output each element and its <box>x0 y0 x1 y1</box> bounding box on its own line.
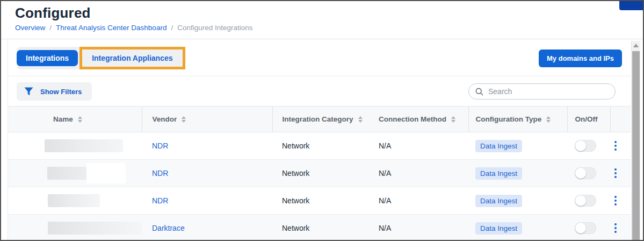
annotation-highlight-box: Integration Appliances <box>79 47 185 69</box>
integration-category-cell: Network <box>272 132 370 160</box>
breadcrumb-current: Configured Integrations <box>177 24 252 32</box>
integration-category-cell: Network <box>272 187 370 215</box>
redacted-name <box>48 194 100 207</box>
toggle-knob <box>575 140 586 151</box>
on-off-toggle[interactable] <box>575 140 596 152</box>
show-filters-label: Show Filters <box>40 88 82 96</box>
search-box[interactable] <box>468 83 616 100</box>
table-row: Darktrace Network N/A Data Ingest <box>8 215 631 241</box>
config-type-badge[interactable]: Data Ingest <box>475 195 522 207</box>
column-header-connection-method[interactable]: Connection Method <box>370 107 468 132</box>
breadcrumb-separator: / <box>49 24 52 32</box>
column-header-name[interactable]: Name <box>8 107 142 132</box>
page-header: Configured Overview / Threat Analysis Ce… <box>1 1 643 39</box>
connection-method-cell: N/A <box>370 160 468 187</box>
toggle-knob <box>575 223 586 233</box>
redacted-name <box>45 139 123 152</box>
filter-icon <box>24 87 33 96</box>
content-card: Integrations Integration Appliances My d… <box>8 39 631 241</box>
sort-arrows-icon[interactable] <box>182 116 186 123</box>
column-header-integration-category[interactable]: Integration Category <box>272 107 370 132</box>
column-header-vendor[interactable]: Vendor <box>142 107 272 132</box>
tab-group: Integrations Integration Appliances <box>17 47 185 69</box>
toggle-knob <box>575 168 586 179</box>
row-menu-button[interactable] <box>611 223 620 233</box>
breadcrumb-separator: / <box>171 24 173 32</box>
config-type-badge[interactable]: Data Ingest <box>475 140 522 152</box>
config-type-badge[interactable]: Data Ingest <box>475 222 522 235</box>
row-menu-button[interactable] <box>611 196 620 205</box>
row-menu-button[interactable] <box>611 168 620 178</box>
page-title: Configured <box>15 5 643 22</box>
toggle-knob <box>575 195 586 206</box>
tabs-row: Integrations Integration Appliances My d… <box>8 39 631 76</box>
column-header-configuration-type[interactable]: Configuration Type <box>468 107 567 132</box>
filter-row: Show Filters <box>8 76 631 106</box>
tab-integration-appliances[interactable]: Integration Appliances <box>83 50 182 66</box>
integration-category-cell: Network <box>272 160 370 187</box>
up-arrow-icon <box>633 44 639 47</box>
column-header-onoff: On/Off <box>567 107 610 132</box>
redacted-name <box>47 167 125 180</box>
on-off-toggle[interactable] <box>575 222 596 234</box>
on-off-toggle[interactable] <box>575 167 596 179</box>
search-input[interactable] <box>488 87 609 96</box>
integration-category-cell: Network <box>272 215 370 241</box>
vendor-link[interactable]: NDR <box>152 169 168 178</box>
show-filters-button[interactable]: Show Filters <box>17 82 92 101</box>
connection-method-cell: N/A <box>370 132 468 160</box>
table-row: NDR Network N/A Data Ingest <box>8 160 631 187</box>
table-header-row: Name Vendor Integration Category Connect… <box>8 107 631 132</box>
top-right-partial-button[interactable] <box>619 1 643 10</box>
row-menu-button[interactable] <box>611 141 620 151</box>
tab-integrations[interactable]: Integrations <box>17 50 78 66</box>
scrollbar-up-arrow[interactable] <box>632 41 640 50</box>
connection-method-cell: N/A <box>370 215 468 241</box>
breadcrumb: Overview / Threat Analysis Center Dashbo… <box>15 24 643 32</box>
vendor-link[interactable]: NDR <box>152 196 168 205</box>
vendor-link[interactable]: NDR <box>152 141 168 150</box>
scrollbar-thumb[interactable] <box>632 51 640 240</box>
redaction-patch <box>86 163 126 183</box>
table-row: NDR Network N/A Data Ingest <box>8 132 631 160</box>
table-body: NDR Network N/A Data Ingest NDR Network … <box>8 132 631 241</box>
vendor-link[interactable]: Darktrace <box>152 224 185 232</box>
vertical-scrollbar[interactable] <box>631 41 640 240</box>
sort-arrows-icon[interactable] <box>358 116 363 123</box>
search-icon <box>475 88 483 96</box>
sort-arrows-icon[interactable] <box>451 116 455 123</box>
sort-arrows-icon[interactable] <box>78 116 82 123</box>
redacted-name <box>48 222 142 235</box>
breadcrumb-link-dashboard[interactable]: Threat Analysis Center Dashboard <box>56 24 167 32</box>
column-header-actions <box>610 107 631 132</box>
table-row: NDR Network N/A Data Ingest <box>8 187 631 215</box>
on-off-toggle[interactable] <box>575 195 596 207</box>
sort-arrows-icon[interactable] <box>546 116 551 123</box>
app-window: Configured Overview / Threat Analysis Ce… <box>0 0 644 241</box>
integrations-table: Name Vendor Integration Category Connect… <box>8 106 631 241</box>
breadcrumb-link-overview[interactable]: Overview <box>15 24 45 32</box>
my-domains-button[interactable]: My domains and IPs <box>539 49 622 67</box>
connection-method-cell: N/A <box>370 187 468 215</box>
config-type-badge[interactable]: Data Ingest <box>475 167 522 180</box>
